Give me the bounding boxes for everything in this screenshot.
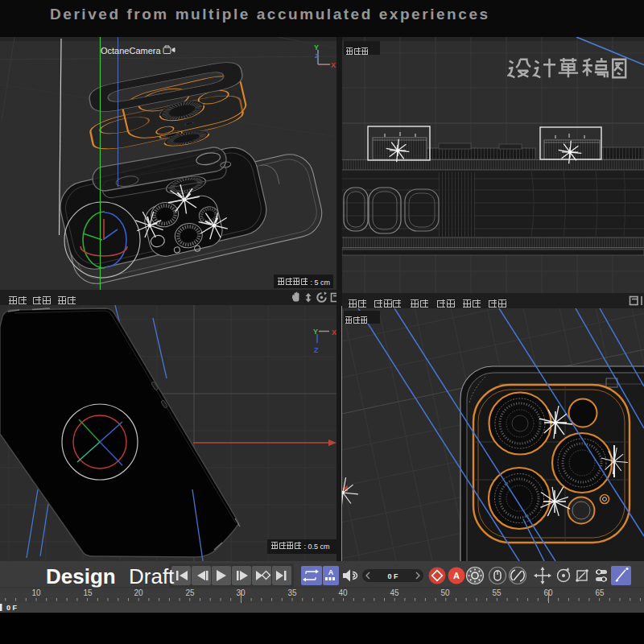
svg-text:0 F: 0 F [387, 572, 398, 580]
svg-text:50: 50 [440, 588, 450, 597]
svg-text:X: X [331, 61, 336, 69]
svg-text:25: 25 [185, 588, 195, 597]
svg-text:Y: Y [314, 43, 319, 52]
svg-text:20: 20 [134, 588, 143, 597]
svg-text:Design: Design [46, 564, 116, 588]
svg-text:0 F: 0 F [6, 604, 18, 612]
svg-text:15: 15 [83, 588, 93, 597]
svg-text:A: A [328, 568, 334, 576]
svg-text:40: 40 [338, 588, 348, 597]
svg-text:Z: Z [315, 52, 319, 60]
svg-text:10: 10 [31, 588, 41, 597]
svg-text:45: 45 [390, 588, 399, 597]
svg-text:Draft: Draft [129, 564, 175, 588]
svg-text:55: 55 [492, 588, 502, 597]
svg-text:Y: Y [313, 328, 318, 336]
svg-text:A: A [453, 571, 460, 580]
svg-text:Z: Z [314, 346, 319, 354]
svg-text:OctaneCamera: OctaneCamera [101, 46, 161, 56]
svg-text:65: 65 [595, 588, 605, 597]
svg-text:35: 35 [287, 588, 297, 597]
